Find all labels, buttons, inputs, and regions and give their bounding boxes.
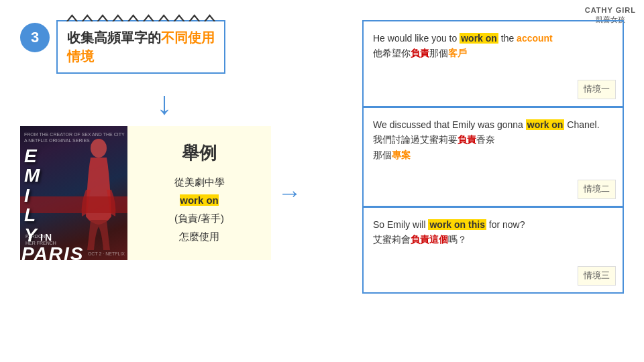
step-number: 3 — [20, 23, 50, 52]
work-on-this-highlight: work on this — [428, 219, 486, 230]
kehu-highlight: 客戶 — [448, 48, 467, 58]
poster-figure — [80, 136, 117, 250]
step-title-normal1: 收集高頻單字的 — [67, 30, 161, 45]
situation-label-1: 情境一 — [578, 80, 616, 99]
situation-box-1: He would like you to work on the account… — [362, 20, 624, 107]
zhuan-highlight: 專案 — [392, 149, 411, 160]
example-phrase: work on — [180, 194, 219, 206]
example-row: EMILY IN PARIS PARDONHER FRENCH FROM THE… — [20, 126, 309, 260]
situation-1-text: He would like you to work on the account… — [373, 31, 613, 61]
poster-bottom-text: OCT 2 · NETFLIX — [88, 251, 125, 256]
example-content: 從美劇中學 work on (負責/著手) 怎麼使用 — [141, 173, 258, 245]
situation-label-2: 情境二 — [578, 180, 616, 199]
example-title: 舉例 — [141, 141, 258, 165]
step-header: 3 收集高頻單字的不同使用情境 — [20, 20, 309, 74]
work-on-highlight-1: work on — [460, 33, 498, 44]
zigzag-decoration — [64, 11, 217, 21]
arrow-right-icon: → — [278, 179, 302, 207]
poster-title-emily: EMILY — [24, 146, 41, 245]
movie-poster: EMILY IN PARIS PARDONHER FRENCH FROM THE… — [20, 126, 127, 260]
fuze-highlight-2: 負責 — [458, 134, 476, 145]
branding-line1: CATHY GIRL — [585, 5, 636, 15]
poster-top-text: FROM THE CREATOR OF SEX AND THE CITYA NE… — [24, 131, 125, 143]
arrow-down: ↓ — [20, 87, 309, 119]
situation-box-3: So Emily will work on this for now? 艾蜜莉會… — [362, 206, 624, 294]
work-on-highlight-2: work on — [526, 119, 565, 130]
left-panel: 3 收集高頻單字的不同使用情境 ↓ — [20, 20, 309, 260]
situation-box-2: We discussed that Emily was gonna work o… — [362, 107, 624, 207]
situation-label-3: 情境三 — [578, 266, 616, 286]
situation-3-text: So Emily will work on this for now? 艾蜜莉會… — [373, 217, 613, 247]
poster-subtitle: PARDONHER FRENCH — [25, 233, 56, 247]
right-panel: He would like you to work on the account… — [362, 20, 624, 293]
account-highlight: account — [517, 33, 553, 44]
example-box: 舉例 從美劇中學 work on (負責/著手) 怎麼使用 — [127, 126, 271, 260]
fuze-highlight-3: 負責這個 — [411, 234, 448, 245]
situation-2-text: We discussed that Emily was gonna work o… — [373, 117, 613, 162]
step-title-box: 收集高頻單字的不同使用情境 — [56, 20, 225, 74]
fuze-highlight-1: 負責 — [411, 48, 429, 58]
